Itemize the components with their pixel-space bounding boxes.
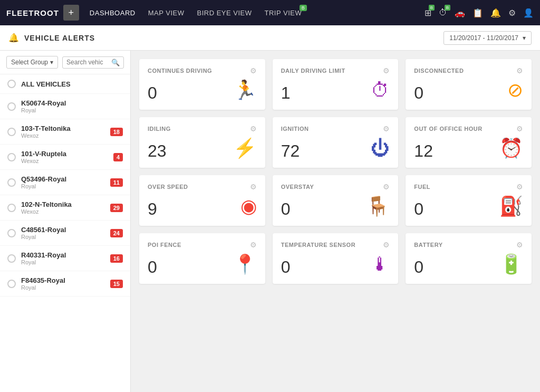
sidebar-item-v101[interactable]: 101-V-RuptelaWexoz4	[0, 145, 130, 170]
alert-card-poi-fence: POI FENCE⚙0📍	[139, 233, 265, 284]
alert-card-daily-driving-limit: DAILY DRIVING LIMIT⚙1⏱	[273, 59, 399, 110]
radio-button[interactable]	[7, 80, 16, 88]
add-button[interactable]: +	[63, 5, 79, 21]
card-value: 12	[414, 142, 433, 159]
nav-link-dashboard[interactable]: DASHBOARD	[90, 9, 136, 17]
alert-count-badge: 15	[110, 280, 123, 288]
alert-card-idiling: IDILING⚙23⚡	[139, 117, 265, 168]
alert-card-continues-driving: CONTINUES DRIVING⚙0🏃	[139, 59, 265, 110]
card-title: POI FENCE	[148, 242, 181, 248]
settings-icon[interactable]: ⚙	[508, 8, 516, 18]
card-value: 0	[148, 259, 157, 275]
card-title: DISCONNECTED	[414, 68, 464, 74]
vehicle-name: F84635-Royal	[21, 276, 110, 284]
radio-button[interactable]	[7, 128, 16, 136]
card-title: CONTINUES DRIVING	[148, 68, 212, 74]
alert-card-fuel: FUEL⚙0⛽	[406, 175, 532, 226]
grid-icon[interactable]: ⊞B	[425, 8, 431, 18]
card-icon: ⏱	[371, 79, 390, 101]
card-settings-icon[interactable]: ⚙	[516, 125, 523, 133]
card-title: OUT OF OFFICE HOUR	[414, 126, 482, 132]
alert-bell-icon: 🔔	[8, 33, 19, 43]
user-icon[interactable]: 👤	[523, 8, 534, 18]
card-value: 0	[148, 84, 157, 101]
card-title: OVERSTAY	[281, 184, 314, 190]
sidebar-item-t103[interactable]: 103-T-TeltonikaWexoz18	[0, 119, 130, 145]
card-icon: 🌡	[371, 253, 390, 275]
card-settings-icon[interactable]: ⚙	[383, 125, 390, 133]
nav-link-bird-eye-view[interactable]: BIRD EYE VIEW	[197, 9, 252, 17]
vehicle-group: Royal	[21, 234, 110, 240]
alert-card-disconnected: DISCONNECTED⚙0⊘	[406, 59, 532, 110]
alert-card-ignition: IGNITION⚙72⏻	[273, 117, 399, 168]
subheader: 🔔 VEHICLE ALERTS 11/20/2017 - 11/20/2017…	[0, 25, 540, 51]
sidebar-item-k50674[interactable]: K50674-RoyalRoyal	[0, 94, 130, 119]
card-settings-icon[interactable]: ⚙	[383, 241, 390, 249]
alert-count-badge: 4	[113, 153, 123, 161]
brand-logo: FLEETROOT	[6, 8, 59, 17]
sidebar-item-c48561[interactable]: C48561-RoyalRoyal24	[0, 221, 130, 246]
nav-link-map-view[interactable]: MAP VIEW	[148, 9, 185, 17]
vehicle-name: C48561-Royal	[21, 226, 110, 234]
sidebar-filters: Select Group ▾ 🔍	[0, 51, 130, 74]
card-value: 23	[148, 142, 167, 159]
vehicle-name: K50674-Royal	[21, 99, 123, 107]
clock-icon[interactable]: ⏱B	[439, 8, 447, 17]
card-value: 1	[281, 84, 291, 101]
card-value: 0	[281, 259, 291, 275]
vehicle-name: 103-T-Teltonika	[21, 125, 110, 132]
all-vehicles-label: ALL VEHICLES	[21, 80, 123, 88]
radio-button[interactable]	[7, 178, 16, 187]
alert-card-over-speed: OVER SPEED⚙9◉	[139, 175, 265, 226]
nav-link-trip-view[interactable]: TRIP VIEWB	[265, 9, 302, 17]
card-icon: 🏃	[233, 79, 257, 101]
radio-button[interactable]	[7, 102, 16, 111]
car-icon[interactable]: 🚗	[455, 8, 465, 18]
card-settings-icon[interactable]: ⚙	[250, 183, 257, 191]
chevron-down-icon: ▾	[50, 59, 53, 66]
sidebar-item-q53496[interactable]: Q53496-RoyalRoyal11	[0, 170, 130, 195]
card-settings-icon[interactable]: ⚙	[383, 66, 390, 75]
radio-button[interactable]	[7, 204, 16, 212]
card-settings-icon[interactable]: ⚙	[250, 66, 257, 75]
radio-button[interactable]	[7, 280, 16, 288]
card-settings-icon[interactable]: ⚙	[516, 183, 523, 191]
sidebar: Select Group ▾ 🔍 ALL VEHICLESK50674-Roya…	[0, 51, 131, 392]
alert-count-badge: 29	[110, 204, 123, 212]
vehicle-name: Q53496-Royal	[21, 175, 110, 183]
vehicle-group: Wexoz	[21, 208, 110, 215]
sidebar-item-f84635[interactable]: F84635-RoyalRoyal15	[0, 271, 130, 297]
card-title: TEMPERATURE SENSOR	[281, 242, 355, 248]
radio-button[interactable]	[7, 229, 16, 237]
vehicle-search-box[interactable]: 🔍	[62, 56, 124, 69]
alert-card-overstay: OVERSTAY⚙0🪑	[273, 175, 399, 226]
card-settings-icon[interactable]: ⚙	[250, 241, 257, 249]
card-title: FUEL	[414, 184, 430, 190]
card-settings-icon[interactable]: ⚙	[250, 125, 257, 133]
vehicle-group: Royal	[21, 183, 110, 189]
select-group-dropdown[interactable]: Select Group ▾	[6, 56, 58, 69]
page-title: VEHICLE ALERTS	[24, 34, 443, 42]
vehicle-group: Royal	[21, 107, 123, 113]
select-group-label: Select Group	[11, 59, 48, 66]
nav-icons: ⊞B⏱B🚗📋🔔⚙👤	[425, 8, 534, 18]
card-icon: 🪑	[366, 195, 390, 217]
radio-button[interactable]	[7, 153, 16, 161]
content-area: CONTINUES DRIVING⚙0🏃DAILY DRIVING LIMIT⚙…	[131, 51, 540, 392]
vehicle-name: 101-V-Ruptela	[21, 150, 113, 158]
clipboard-icon[interactable]: 📋	[472, 8, 483, 18]
sidebar-item-r40331[interactable]: R40331-RoyalRoyal16	[0, 246, 130, 271]
alert-count-badge: 16	[110, 254, 123, 263]
alert-card-out-of-office-hour: OUT OF OFFICE HOUR⚙12⏰	[406, 117, 532, 168]
vehicle-group: Royal	[21, 284, 110, 291]
card-settings-icon[interactable]: ⚙	[383, 183, 390, 191]
date-range-picker[interactable]: 11/20/2017 - 11/20/2017 ▾	[443, 31, 532, 45]
card-title: IDILING	[148, 126, 171, 132]
card-settings-icon[interactable]: ⚙	[516, 66, 523, 75]
bell-icon[interactable]: 🔔	[490, 8, 501, 18]
card-settings-icon[interactable]: ⚙	[516, 241, 523, 249]
search-input[interactable]	[66, 59, 109, 66]
radio-button[interactable]	[7, 254, 16, 263]
sidebar-item-n102[interactable]: 102-N-TeltonikaWexoz29	[0, 195, 130, 221]
sidebar-item-all[interactable]: ALL VEHICLES	[0, 74, 130, 94]
